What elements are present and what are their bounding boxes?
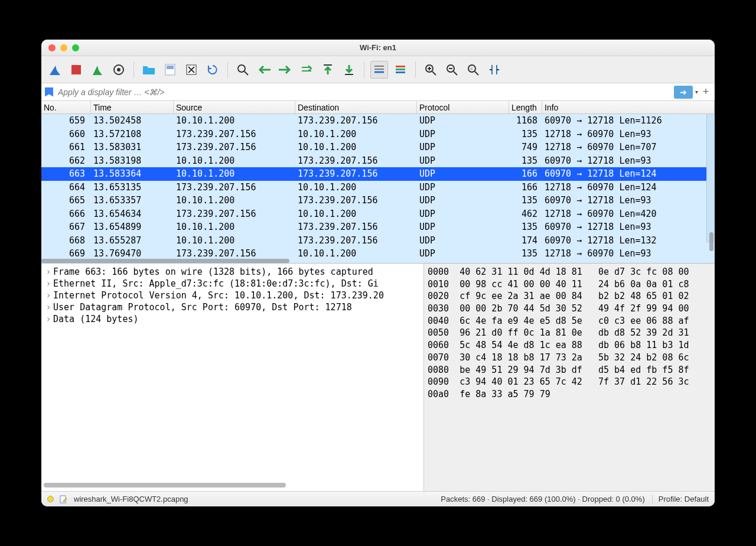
- bookmark-icon[interactable]: [45, 87, 53, 97]
- cell-src: 173.239.207.156: [174, 182, 295, 193]
- packet-row[interactable]: 66113.583031173.239.207.15610.10.1.200UD…: [41, 141, 715, 154]
- detail-tree-item[interactable]: ›Data (124 bytes): [41, 313, 423, 325]
- cell-src: 173.239.207.156: [174, 142, 295, 152]
- cell-time: 13.655287: [91, 235, 174, 246]
- cell-src: 10.10.1.200: [174, 115, 295, 126]
- packet-list[interactable]: 65913.50245810.10.1.200173.239.207.156UD…: [41, 114, 715, 263]
- close-file-button[interactable]: [183, 61, 200, 79]
- save-file-button[interactable]: [161, 61, 179, 79]
- cell-len: 135: [509, 155, 542, 166]
- zoom-reset-button[interactable]: =: [464, 61, 482, 79]
- reload-button[interactable]: [204, 61, 221, 79]
- display-filter-bar: ➔ ▾ +: [41, 83, 715, 101]
- svg-line-17: [432, 72, 436, 75]
- packet-row[interactable]: 66713.65489910.10.1.200173.239.207.156UD…: [41, 220, 715, 234]
- cell-no: 663: [41, 168, 91, 179]
- expert-info-button[interactable]: [47, 496, 54, 502]
- detail-tree-item[interactable]: ›User Datagram Protocol, Src Port: 60970…: [41, 301, 423, 313]
- packet-row[interactable]: 65913.50245810.10.1.200173.239.207.156UD…: [41, 114, 715, 128]
- column-no[interactable]: No.: [41, 101, 91, 113]
- add-filter-button[interactable]: +: [700, 86, 711, 98]
- colorize-button[interactable]: [392, 61, 409, 79]
- open-file-button[interactable]: [140, 61, 158, 79]
- svg-rect-13: [396, 66, 405, 67]
- go-back-button[interactable]: [255, 61, 273, 79]
- svg-rect-14: [396, 69, 405, 70]
- wireshark-window: Wi-Fi: en1: [41, 40, 715, 506]
- cell-time: 13.654634: [91, 209, 174, 219]
- notepad-pencil-icon: [60, 495, 68, 503]
- chevron-right-icon: ›: [44, 290, 53, 301]
- column-protocol[interactable]: Protocol: [417, 101, 509, 113]
- zoom-reset-icon: =: [467, 64, 479, 76]
- column-info[interactable]: Info: [542, 101, 715, 113]
- apply-filter-button[interactable]: ➔: [674, 86, 693, 99]
- packet-minimap[interactable]: [706, 114, 715, 243]
- cell-time: 13.653135: [91, 182, 174, 193]
- reload-icon: [207, 64, 219, 76]
- window-title: Wi-Fi: en1: [41, 43, 715, 52]
- svg-line-7: [245, 72, 248, 75]
- arrow-up-bar-icon: [322, 64, 333, 76]
- cell-dst: 173.239.207.156: [295, 115, 417, 126]
- packet-row[interactable]: 66613.654634173.239.207.15610.10.1.200UD…: [41, 207, 715, 221]
- resize-columns-button[interactable]: [485, 61, 503, 79]
- detail-tree-item[interactable]: ›Ethernet II, Src: Apple_d7:3c:fc (18:81…: [41, 278, 423, 290]
- svg-point-6: [238, 65, 245, 72]
- status-bar: wireshark_Wi-Fi8QCWT2.pcapng Packets: 66…: [41, 491, 715, 506]
- start-capture-button[interactable]: [46, 61, 64, 79]
- cell-dst: 173.239.207.156: [295, 195, 417, 206]
- column-source[interactable]: Source: [174, 101, 295, 113]
- stop-capture-button[interactable]: [67, 61, 85, 79]
- svg-rect-4: [167, 66, 174, 69]
- packet-row[interactable]: 66413.653135173.239.207.15610.10.1.200UD…: [41, 181, 715, 194]
- packet-list-header: No. Time Source Destination Protocol Len…: [41, 101, 715, 114]
- cell-proto: UDP: [417, 248, 509, 259]
- filter-history-dropdown[interactable]: ▾: [695, 89, 698, 95]
- svg-line-24: [475, 72, 478, 75]
- packet-details-pane[interactable]: ›Frame 663: 166 bytes on wire (1328 bits…: [41, 264, 424, 491]
- svg-line-21: [454, 72, 457, 75]
- cell-info: 60970 → 12718 Len=93: [542, 195, 715, 206]
- capture-file-properties-button[interactable]: [60, 495, 68, 503]
- packet-row[interactable]: 66813.65528710.10.1.200173.239.207.156UD…: [41, 234, 715, 248]
- packet-row[interactable]: 66013.572108173.239.207.15610.10.1.200UD…: [41, 128, 715, 141]
- go-last-button[interactable]: [340, 61, 358, 79]
- find-packet-button[interactable]: [234, 61, 252, 79]
- restart-fin-icon: [92, 63, 103, 76]
- packet-row[interactable]: 66313.58336410.10.1.200173.239.207.156UD…: [41, 167, 715, 181]
- detail-tree-item[interactable]: ›Internet Protocol Version 4, Src: 10.10…: [41, 290, 423, 301]
- details-hscrollbar[interactable]: [44, 483, 286, 488]
- packet-list-hscrollbar[interactable]: [41, 259, 289, 263]
- go-to-packet-button[interactable]: [298, 61, 315, 79]
- cell-no: 667: [41, 222, 91, 232]
- zoom-in-button[interactable]: [422, 61, 439, 79]
- packet-row[interactable]: 66513.65335710.10.1.200173.239.207.156UD…: [41, 194, 715, 207]
- arrow-right-icon: [279, 65, 292, 74]
- cell-src: 10.10.1.200: [174, 222, 295, 232]
- packet-list-vscrollbar[interactable]: [709, 232, 713, 251]
- restart-capture-button[interactable]: [89, 61, 106, 79]
- profile-label[interactable]: Profile: Default: [652, 495, 709, 503]
- cell-src: 10.10.1.200: [174, 235, 295, 246]
- packet-row[interactable]: 66213.58319810.10.1.200173.239.207.156UD…: [41, 154, 715, 168]
- capture-options-button[interactable]: [110, 61, 128, 79]
- detail-tree-item[interactable]: ›Frame 663: 166 bytes on wire (1328 bits…: [41, 266, 423, 278]
- arrow-left-icon: [258, 65, 271, 74]
- cell-len: 135: [509, 129, 542, 139]
- packet-bytes-pane[interactable]: 0000 40 62 31 11 0d 4d 18 81 0e d7 3c fc…: [424, 264, 715, 491]
- column-destination[interactable]: Destination: [295, 101, 417, 113]
- save-icon: [165, 64, 175, 76]
- cell-info: 60970 → 12718 Len=93: [542, 155, 715, 166]
- column-time[interactable]: Time: [91, 101, 174, 113]
- zoom-out-button[interactable]: [443, 61, 461, 79]
- autoscroll-button[interactable]: [370, 61, 388, 79]
- arrow-right-icon: ➔: [680, 87, 687, 97]
- go-first-button[interactable]: [319, 61, 337, 79]
- display-filter-input[interactable]: [56, 85, 672, 99]
- column-length[interactable]: Length: [509, 101, 542, 113]
- cell-proto: UDP: [417, 168, 509, 179]
- cell-proto: UDP: [417, 235, 509, 246]
- cell-src: 173.239.207.156: [174, 209, 295, 219]
- go-forward-button[interactable]: [276, 61, 294, 79]
